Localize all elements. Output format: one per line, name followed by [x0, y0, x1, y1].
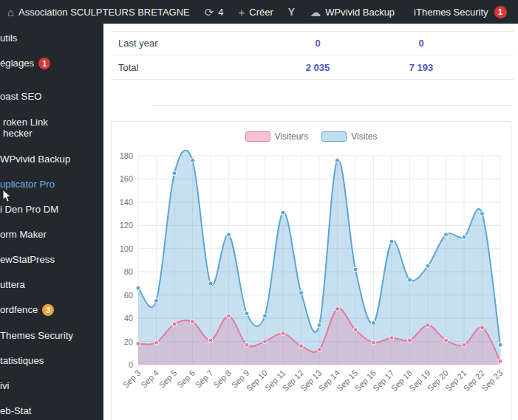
- sidebar-item-label: ewStatPress: [0, 254, 55, 265]
- home-icon: ⌂: [7, 7, 14, 18]
- row-label: Last year: [111, 38, 262, 49]
- table-row: Last year 0 0: [111, 31, 514, 55]
- sidebar-item-ithemes-security[interactable]: Themes Security: [0, 323, 103, 348]
- svg-text:40: 40: [124, 314, 133, 323]
- yoast-icon: Y: [288, 7, 295, 17]
- sidebar-item-duplicator-pro[interactable]: uplicator Pro: [0, 171, 103, 196]
- sidebar-item-label: WPvivid Backup: [0, 154, 70, 165]
- visits-value: 7 193: [373, 62, 469, 73]
- svg-text:80: 80: [124, 267, 133, 276]
- sidebar-item-divi-den-pro[interactable]: i Den Pro DM: [0, 196, 103, 221]
- notification-count-badge: 3: [42, 304, 54, 316]
- yoast-menu[interactable]: Y: [281, 0, 302, 24]
- sidebar-item-wordfence[interactable]: ordfence3: [0, 297, 103, 323]
- sidebar-item-label: églages: [0, 58, 34, 69]
- sidebar-item-reglages[interactable]: églages1: [0, 50, 103, 76]
- menu-separator: [0, 76, 103, 83]
- svg-text:100: 100: [120, 244, 133, 253]
- svg-text:Sep 5: Sep 5: [157, 368, 179, 390]
- wpvivid-label: WPvivid Backup: [325, 7, 395, 18]
- svg-text:Sep 8: Sep 8: [211, 368, 233, 390]
- legend-item-1: Visites: [321, 131, 377, 142]
- visitors-value: 2 035: [262, 62, 373, 73]
- sidebar-item-label: tatistiques: [0, 355, 44, 366]
- ithemes-security-menu[interactable]: iThemes Security 1: [406, 0, 514, 24]
- sidebar-item-wpvivid-backup[interactable]: WPvivid Backup: [0, 146, 103, 171]
- admin-bar: ⌂ Association SCULPTEURS BRETAGNE ⟳ 4 + …: [0, 0, 518, 24]
- visitors-value: 0: [262, 38, 373, 49]
- chart-legend: VisiteursVisites: [112, 122, 511, 142]
- svg-text:Sep 4: Sep 4: [139, 368, 160, 390]
- svg-text:Sep 6: Sep 6: [175, 368, 197, 390]
- svg-text:160: 160: [120, 174, 133, 183]
- svg-text:140: 140: [120, 198, 133, 207]
- svg-text:60: 60: [124, 291, 133, 300]
- sidebar-item-label: roken Link hecker: [3, 117, 48, 139]
- cloud-icon: ☁: [310, 7, 321, 18]
- sidebar-item-label: oast SEO: [0, 91, 41, 102]
- update-count-badge: 1: [38, 58, 50, 69]
- sidebar-item-label: Themes Security: [0, 330, 73, 341]
- site-menu[interactable]: ⌂ Association SCULPTEURS BRETAGNE: [0, 0, 197, 24]
- sidebar-item-label: uplicator Pro: [0, 179, 55, 190]
- svg-text:180: 180: [120, 151, 133, 160]
- svg-text:0: 0: [129, 360, 133, 369]
- sidebar-item-divi[interactable]: ivi: [0, 373, 103, 398]
- wpvivid-menu[interactable]: ☁ WPvivid Backup: [302, 0, 402, 24]
- svg-text:20: 20: [124, 337, 133, 346]
- site-name: Association SCULPTEURS BRETAGNE: [18, 7, 190, 18]
- sidebar-item-label: ordfence: [0, 304, 38, 315]
- legend-swatch: [321, 131, 347, 142]
- sidebar-item-quttera[interactable]: uttera: [0, 272, 103, 297]
- ithemes-label: iThemes Security: [414, 7, 488, 18]
- sidebar-item-broken-link-checker[interactable]: roken Link hecker: [0, 109, 103, 146]
- mouse-cursor-icon: [2, 189, 12, 206]
- legend-swatch: [245, 131, 270, 142]
- sidebar-item-label: eb-Stat: [0, 405, 32, 416]
- notification-badge: 1: [494, 6, 507, 18]
- legend-item-0: Visiteurs: [245, 131, 309, 142]
- main-content: Last year 0 0 Total 2 035 7 193 Visiteur…: [103, 24, 518, 420]
- table-row: Total 2 035 7 193: [111, 55, 514, 80]
- new-content-menu[interactable]: + Créer: [231, 0, 281, 24]
- plus-icon: +: [239, 7, 245, 18]
- stats-table: Last year 0 0 Total 2 035 7 193: [111, 31, 514, 80]
- new-content-label: Créer: [249, 7, 273, 18]
- sidebar-item-label: ivi: [0, 380, 9, 391]
- sidebar-item-web-stat[interactable]: eb-Stat: [0, 398, 103, 420]
- sidebar-item-label: utils: [0, 32, 17, 44]
- legend-label: Visiteurs: [275, 131, 309, 142]
- legend-label: Visites: [351, 131, 377, 142]
- admin-sidebar: utils églages1 oast SEO roken Link hecke…: [0, 24, 103, 420]
- traffic-chart-panel: VisiteursVisites 02040608010012014016018…: [111, 121, 511, 420]
- sidebar-item-outils[interactable]: utils: [0, 25, 103, 50]
- sidebar-item-newstatpress[interactable]: ewStatPress: [0, 247, 103, 272]
- updates-menu[interactable]: ⟳ 4: [197, 0, 231, 24]
- traffic-chart: 020406080100120140160180Sep 3Sep 4Sep 5S…: [112, 147, 511, 405]
- svg-text:120: 120: [120, 221, 133, 230]
- sidebar-item-label: uttera: [0, 279, 25, 290]
- sidebar-item-form-maker[interactable]: orm Maker: [0, 221, 103, 247]
- sidebar-item-yoast-seo[interactable]: oast SEO: [0, 83, 103, 109]
- sidebar-item-statistiques[interactable]: tatistiques: [0, 348, 103, 373]
- section-divider: [151, 105, 512, 106]
- visits-value: 0: [373, 38, 469, 49]
- sidebar-item-label: orm Maker: [0, 229, 47, 240]
- svg-text:Sep 7: Sep 7: [194, 368, 215, 390]
- update-icon: ⟳: [205, 7, 214, 18]
- updates-count: 4: [218, 7, 223, 18]
- svg-text:Sep 3: Sep 3: [121, 368, 143, 390]
- row-label: Total: [111, 62, 262, 73]
